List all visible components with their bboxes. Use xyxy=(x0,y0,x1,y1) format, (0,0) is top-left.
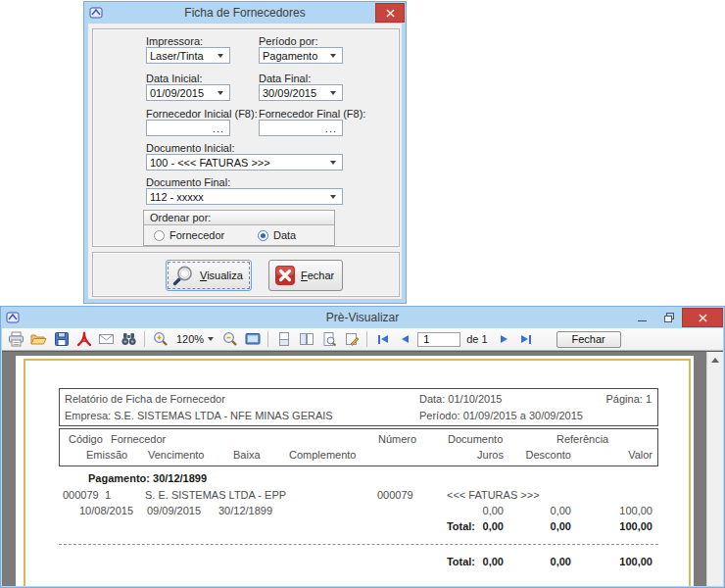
page-zoom-button[interactable] xyxy=(318,330,339,349)
col-numero: Número xyxy=(378,433,416,445)
data-final-select[interactable]: 30/09/2015 xyxy=(259,84,343,101)
documento-final-value: 112 - xxxxx xyxy=(147,191,330,203)
arrow-right-icon xyxy=(501,335,508,343)
close-icon xyxy=(699,314,707,322)
magnifier-icon xyxy=(171,264,195,287)
grand-total-juros: 0,00 xyxy=(483,556,504,567)
fechar-button[interactable]: Fechar xyxy=(268,260,343,291)
dashed-separator xyxy=(59,544,658,545)
impressora-select[interactable]: Laser/Tinta xyxy=(146,47,230,64)
preview-fechar-button[interactable]: Fechar xyxy=(556,331,621,348)
dialog-close-button[interactable] xyxy=(375,3,405,23)
row-emissao: 10/08/2015 xyxy=(79,505,133,516)
periodo-select[interactable]: Pagamento xyxy=(259,47,343,64)
arrow-left-icon xyxy=(402,335,409,343)
col-desconto: Desconto xyxy=(526,449,571,461)
open-button[interactable] xyxy=(28,330,49,349)
previous-page-button[interactable] xyxy=(395,330,415,349)
periodo-value: Pagamento xyxy=(260,50,330,62)
pdf-icon xyxy=(76,331,92,347)
find-button[interactable] xyxy=(119,330,139,349)
col-complemento: Complemento xyxy=(289,449,356,461)
documento-inicial-select[interactable]: 100 - <<< FATURAS >>> xyxy=(146,154,343,171)
two-page-view-button[interactable] xyxy=(296,330,316,349)
preview-close-button[interactable] xyxy=(682,308,723,327)
arrow-up-icon xyxy=(711,358,719,363)
row-baixa: 30/12/1899 xyxy=(218,505,272,516)
toolbar-separator xyxy=(366,331,367,347)
next-page-button[interactable] xyxy=(494,330,514,349)
first-page-icon xyxy=(378,335,380,344)
single-page-view-button[interactable] xyxy=(273,330,294,349)
two-pages-icon xyxy=(299,331,314,347)
impressora-label: Impressora: xyxy=(146,35,203,47)
first-page-button[interactable] xyxy=(372,330,393,349)
zoom-in-button[interactable] xyxy=(150,330,170,349)
arrow-left-icon xyxy=(381,335,388,343)
total-juros: 0,00 xyxy=(483,520,504,532)
radio-fornecedor[interactable]: Fornecedor xyxy=(154,229,224,241)
zoom-out-icon xyxy=(222,331,238,347)
data-inicial-label: Data Inicial: xyxy=(146,73,202,84)
edit-page-button[interactable] xyxy=(341,330,362,349)
preview-toolbar: 120% de 1 xyxy=(2,328,723,351)
app-icon xyxy=(89,6,103,20)
report-page: Relatório de Ficha de Fornecedor Data: 0… xyxy=(16,356,694,586)
dialog-titlebar[interactable]: Ficha de Fornecedores xyxy=(84,2,406,24)
last-page-button[interactable] xyxy=(516,330,537,349)
preview-canvas: Relatório de Ficha de Fornecedor Data: 0… xyxy=(2,351,723,586)
fornecedor-inicial-browse-button[interactable]: ... xyxy=(213,122,224,134)
zoom-out-button[interactable] xyxy=(219,330,240,349)
floppy-save-icon xyxy=(54,331,70,347)
save-button[interactable] xyxy=(51,330,72,349)
data-inicial-select[interactable]: 01/09/2015 xyxy=(146,84,230,101)
periodo-label: Período por: xyxy=(259,35,318,47)
vertical-scrollbar[interactable] xyxy=(706,352,723,586)
zoom-level-select[interactable]: 120% xyxy=(172,331,218,348)
export-pdf-button[interactable] xyxy=(73,330,94,349)
col-juros: Juros xyxy=(477,449,504,461)
fornecedor-final-input[interactable]: ... xyxy=(259,120,343,136)
radio-data[interactable]: Data xyxy=(258,229,296,241)
envelope-icon xyxy=(98,331,115,347)
data-final-label: Data Final: xyxy=(259,73,311,84)
grand-total-valor: 100,00 xyxy=(619,556,652,567)
page-count-label: de 1 xyxy=(466,333,487,345)
row-documento: <<< FATURAS >>> xyxy=(447,489,540,501)
row-valor: 100,00 xyxy=(619,505,652,516)
visualiza-button[interactable]: Visualiza xyxy=(166,260,252,291)
page-number-input[interactable] xyxy=(417,332,460,347)
report-column-header-box: Código Fornecedor Número Documento Refer… xyxy=(59,428,658,466)
full-screen-button[interactable] xyxy=(242,330,263,349)
report-company: Empresa: S.E. SISTEMAS LTDA - NFE MINAS … xyxy=(65,410,333,421)
ordenar-label: Ordenar por: xyxy=(144,211,334,225)
data-inicial-value: 01/09/2015 xyxy=(147,87,218,99)
radio-data-label: Data xyxy=(273,229,296,241)
binoculars-icon xyxy=(121,331,137,347)
zoom-in-icon xyxy=(153,331,169,347)
chevron-down-icon xyxy=(330,54,336,58)
send-email-button[interactable] xyxy=(96,330,117,349)
radio-circle-selected-icon xyxy=(258,230,268,241)
documento-final-select[interactable]: 112 - xxxxx xyxy=(146,188,343,205)
preview-title: Prè-Visualizar xyxy=(1,311,724,324)
fornecedor-final-label: Fornecedor Final (F8): xyxy=(259,108,365,120)
page-magnifier-icon xyxy=(321,331,337,347)
row-desconto: 0,00 xyxy=(551,505,571,516)
fornecedor-inicial-input[interactable]: ... xyxy=(146,120,230,136)
fechar-label: Fechar xyxy=(301,270,334,281)
red-x-icon xyxy=(274,265,296,286)
preview-titlebar[interactable]: Prè-Visualizar xyxy=(1,307,724,328)
chevron-down-icon xyxy=(330,91,336,95)
col-fornecedor: Fornecedor xyxy=(111,433,166,445)
pencil-edit-icon xyxy=(344,331,360,347)
form-panel: Impressora: Período por: Laser/Tinta Pag… xyxy=(92,28,400,247)
print-button[interactable] xyxy=(6,330,26,349)
minimize-button[interactable] xyxy=(629,308,655,327)
radio-circle-icon xyxy=(154,230,165,241)
col-codigo: Código xyxy=(69,433,103,445)
fornecedor-final-browse-button[interactable]: ... xyxy=(325,122,337,134)
scroll-up-button[interactable] xyxy=(707,352,723,368)
printer-icon xyxy=(8,331,24,347)
maximize-button[interactable] xyxy=(655,308,682,327)
